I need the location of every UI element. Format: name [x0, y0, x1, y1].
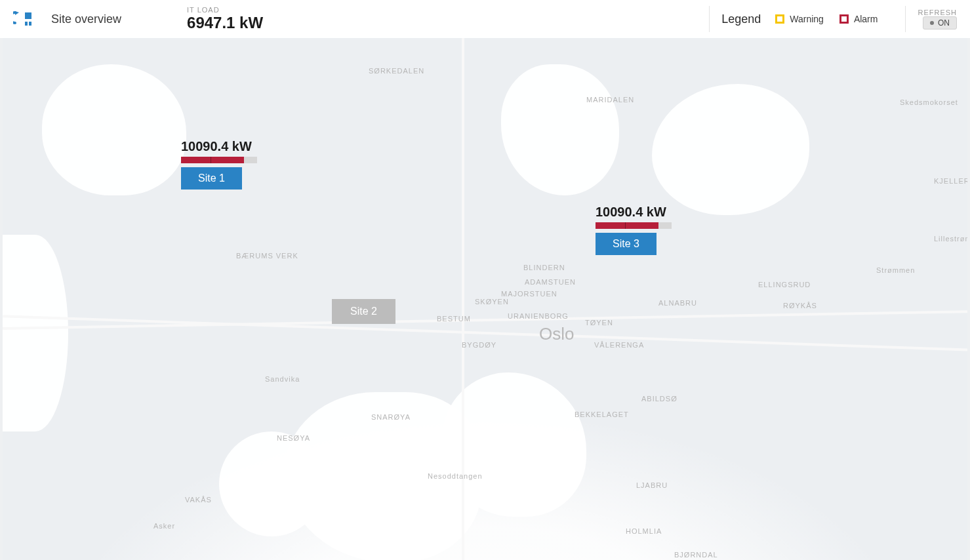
map-place-label: Strømmen: [876, 266, 915, 274]
map-place-label: VÅLERENGA: [594, 341, 644, 349]
map-place-label: RØYKÅS: [783, 302, 817, 310]
app-logo-icon: [13, 10, 33, 28]
site-2-button[interactable]: Site 2: [332, 299, 395, 324]
refresh-status-dot-icon: [930, 21, 934, 25]
map-place-label: ABILDSØ: [641, 395, 677, 403]
site-3-alarm-bar: [596, 222, 672, 229]
map-place-label: Sandvika: [265, 375, 300, 383]
site-1-button[interactable]: Site 1: [181, 167, 242, 190]
map-place-label: Nesoddtangen: [428, 472, 483, 480]
alarm-swatch-icon: [839, 14, 849, 24]
svg-rect-2: [29, 22, 31, 26]
header-divider: [905, 6, 906, 32]
map-place-label: BÆRUMS VERK: [236, 252, 298, 260]
refresh-control: REFRESH ON: [918, 9, 957, 30]
header-divider: [709, 6, 710, 32]
map-place-label: Skedsmokorset: [900, 98, 958, 106]
alarm-bar-segment: [626, 222, 658, 229]
map-land-blob: [652, 84, 809, 215]
map-place-label: BESTUM: [437, 315, 471, 323]
map-place-label: SØRKEDALEN: [369, 67, 424, 75]
map-water-blob: [219, 431, 324, 536]
svg-rect-0: [25, 12, 31, 19]
legend-item-warning: Warning: [775, 14, 824, 24]
alarm-bar-segment: [596, 222, 626, 229]
map-place-label: BYGDØY: [462, 341, 496, 349]
map-place-label: VAKÅS: [185, 496, 212, 504]
refresh-label: REFRESH: [918, 9, 957, 16]
map-water-blob: [357, 484, 435, 550]
map-place-label: URANIENBORG: [508, 312, 569, 320]
map-place-label: MAJORSTUEN: [501, 290, 557, 298]
site-3-load: 10090.4 kW: [596, 205, 666, 220]
map-place-label: TØYEN: [585, 319, 613, 327]
map-place-label: BJØRNDAL: [674, 551, 718, 559]
map-road: [462, 38, 464, 560]
map-place-label: ALNABRU: [658, 299, 697, 307]
it-load-value: 6947.1 kW: [187, 14, 263, 32]
refresh-toggle[interactable]: ON: [923, 16, 957, 30]
site-marker-3: 10090.4 kW Site 3: [596, 205, 672, 255]
map-place-label: Asker: [153, 522, 175, 530]
legend-item-alarm: Alarm: [839, 14, 878, 24]
map-place-label: SKØYEN: [475, 298, 509, 306]
svg-rect-1: [25, 22, 28, 26]
it-load-metric: IT LOAD 6947.1 kW: [187, 6, 263, 32]
map-place-label: HOLMLIA: [626, 527, 662, 535]
legend-alarm-label: Alarm: [854, 14, 878, 24]
site-1-load: 10090.4 kW: [181, 139, 252, 154]
map-place-label: SNARØYA: [371, 413, 411, 421]
map-land-blob: [42, 64, 186, 195]
site-marker-2: Site 2: [332, 299, 395, 324]
legend-title: Legend: [721, 12, 761, 26]
it-load-label: IT LOAD: [187, 6, 263, 14]
alarm-bar-segment: [181, 157, 211, 163]
header-bar: Site overview IT LOAD 6947.1 kW Legend W…: [0, 0, 970, 38]
map-place-label: Lillestrøm: [934, 235, 967, 243]
site-1-alarm-bar: [181, 157, 257, 163]
page-title: Site overview: [51, 12, 121, 26]
map-land-blob: [501, 64, 619, 195]
map-place-label: ELLINGSRUD: [758, 281, 811, 289]
legend-warning-label: Warning: [790, 14, 824, 24]
warning-swatch-icon: [775, 14, 784, 24]
map-place-label: KJELLER: [934, 177, 967, 185]
site-marker-1: 10090.4 kW Site 1: [181, 139, 257, 190]
map-place-label: BEKKELAGET: [575, 410, 629, 418]
map-place-label: ADAMSTUEN: [525, 278, 576, 286]
refresh-state: ON: [938, 18, 950, 28]
map-land-blob: [3, 235, 68, 431]
map-place-label: LJABRU: [636, 481, 668, 489]
map-city-label: Oslo: [539, 324, 574, 344]
map-place-label: BLINDERN: [523, 264, 565, 271]
alarm-bar-segment: [211, 157, 244, 163]
map-place-label: MARIDALEN: [586, 96, 634, 104]
site-3-button[interactable]: Site 3: [596, 233, 657, 255]
map-place-label: NESØYA: [277, 434, 310, 442]
map-canvas[interactable]: Oslo SØRKEDALEN MARIDALEN Skedsmokorset …: [3, 38, 967, 560]
